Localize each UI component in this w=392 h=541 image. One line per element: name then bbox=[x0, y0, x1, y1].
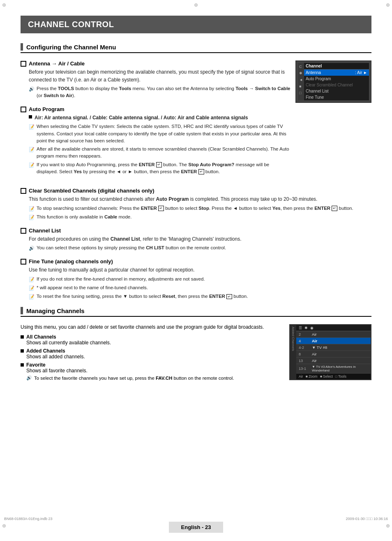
tv2-name-2: Air bbox=[312, 339, 368, 343]
tv-channel-list-label: Channel List bbox=[306, 89, 329, 93]
all-channels-title: All Channels bbox=[26, 334, 111, 340]
antenna-note1: 🔊 Press the TOOLS button to display the … bbox=[29, 85, 291, 100]
tv2-bar-label: Added Channels bbox=[291, 327, 295, 378]
channel-list-body-text: For detailed procedures on using the Cha… bbox=[29, 235, 371, 243]
clear-scrambled-checkbox bbox=[21, 188, 26, 194]
clear-scrambled-body: This function is used to filter out scra… bbox=[29, 195, 371, 221]
tv-header-left: Channel bbox=[306, 64, 322, 68]
tv-channel-list-mockup: Added Channels ☰ ✱ ◉ 2 Air 4 Air bbox=[289, 324, 371, 380]
top-center-mark: ⊕ bbox=[194, 2, 198, 8]
channel-list-checkbox bbox=[21, 228, 26, 234]
added-channels-title: Added Channels bbox=[26, 348, 85, 354]
all-channels-body: Shows all currently available channels. bbox=[26, 340, 111, 346]
added-channels-body: Shows all added channels. bbox=[26, 354, 85, 360]
tv-auto-program-label: Auto Program bbox=[306, 77, 331, 81]
clear-note-icon1: 📝 bbox=[29, 205, 35, 212]
tv-clear-scrambled-label: Clear Scrambled Channel bbox=[306, 83, 353, 87]
tv2-left-bar: Added Channels bbox=[290, 325, 296, 379]
tv2-icon2: ✱ bbox=[304, 326, 308, 330]
tv-menu-fine-tune: Fine Tune bbox=[304, 94, 369, 100]
clear-scrambled-note1-text: To stop searching scrambled channels: Pr… bbox=[37, 205, 353, 212]
tv-icon3: ◄ bbox=[299, 78, 303, 82]
clear-scrambled-title: Clear Scrambled Channels (digital channe… bbox=[21, 188, 371, 194]
page-footer-meta: BN68-01883A-01Eng.indb 23 2009-01-30 □□□… bbox=[0, 517, 392, 521]
page-number-label: English - 23 bbox=[181, 524, 211, 530]
clear-scrambled-title-text: Clear Scrambled Channels (digital channe… bbox=[29, 188, 154, 194]
favorite-item: Favorite Shows all favorite channels. 🔊 … bbox=[21, 362, 284, 383]
clear-scrambled-subsection: Clear Scrambled Channels (digital channe… bbox=[21, 188, 371, 221]
tv2-name-1: Air bbox=[312, 332, 368, 337]
tv-antenna-label: Antenna bbox=[306, 70, 353, 75]
fine-tune-subsection: Fine Tune (analog channels only) Use fin… bbox=[21, 258, 371, 300]
section2-heading-text: Managing Channels bbox=[26, 307, 85, 314]
page-footer: BN68-01883A-01Eng.indb 23 2009-01-30 □□□… bbox=[0, 517, 392, 533]
favorite-content: Favorite Shows all favorite channels. 🔊 … bbox=[26, 362, 234, 383]
tv2-row-4: 8 Air bbox=[296, 351, 371, 358]
fine-tune-note1: 📝 If you do not store the fine-tuned cha… bbox=[29, 276, 371, 283]
fine-tune-note3: 📝 To reset the fine tuning setting, pres… bbox=[29, 293, 371, 300]
channel-list-note1: 🔊 You can select these options by simply… bbox=[29, 244, 371, 252]
note-icon3: 📝 bbox=[29, 162, 35, 169]
tv2-ch-5: 13 bbox=[299, 359, 310, 363]
section2-heading-bar bbox=[21, 307, 23, 314]
note-icon2: 📝 bbox=[29, 146, 35, 153]
speaker-icon: 🔊 bbox=[29, 86, 35, 93]
tv-menu-antenna: Antenna : Air ► bbox=[304, 70, 369, 76]
auto-program-note2: 📝 After all the available channels are s… bbox=[29, 146, 291, 160]
tv2-name-6: ▼ TV #3 Alice's Adventures in Wonderland bbox=[312, 365, 368, 372]
section2-heading: Managing Channels bbox=[21, 307, 371, 317]
tv2-ch-6: 13-1 bbox=[299, 367, 310, 371]
managing-channels-text: Using this menu, you can add / delete or… bbox=[21, 324, 284, 385]
tv-main-menu: Channel Antenna : Air ► Auto Program Cle… bbox=[304, 63, 369, 100]
managing-channels-section: Using this menu, you can add / delete or… bbox=[21, 324, 371, 385]
tv-fine-tune-label: Fine Tune bbox=[306, 95, 324, 100]
tv2-row-6: 13-1 ▼ TV #3 Alice's Adventures in Wonde… bbox=[296, 364, 371, 374]
favorite-note1-text: To select the favorite channels you have… bbox=[34, 375, 234, 382]
tv-sidebar-icons: C ✱ ◄ ■ □ bbox=[298, 63, 304, 100]
clear-scrambled-note2: 📝 This function is only available in Cab… bbox=[29, 214, 371, 221]
fine-tune-title: Fine Tune (analog channels only) bbox=[21, 258, 371, 265]
tv2-ch-2: 4 bbox=[299, 339, 310, 343]
auto-program-note1: 📝 When selecting the Cable TV system: Se… bbox=[29, 123, 291, 144]
auto-program-note2-text: After all the available channels are sto… bbox=[37, 146, 291, 160]
clear-scrambled-note2-text: This function is only available in Cable… bbox=[37, 214, 131, 221]
tv-menu-header: Channel bbox=[304, 63, 369, 70]
tv-icon1: C bbox=[299, 65, 303, 69]
footer-left-meta: BN68-01883A-01Eng.indb 23 bbox=[4, 517, 53, 521]
tv-icon5: □ bbox=[299, 91, 303, 95]
favorite-note1: 🔊 To select the favorite channels you ha… bbox=[26, 375, 234, 382]
tv2-footer-tools: □ Tools bbox=[335, 374, 346, 378]
tv2-icon3: ◉ bbox=[310, 326, 314, 330]
tv2-footer-select: ■ Select bbox=[320, 374, 333, 378]
fine-tune-checkbox bbox=[21, 259, 26, 265]
tv2-footer: Air ■ Zoom ■ Select □ Tools bbox=[296, 374, 371, 379]
corner-tl-mark: ⊕ bbox=[2, 2, 6, 8]
tv2-icon1: ☰ bbox=[299, 326, 302, 330]
tv-menu-mockup: C ✱ ◄ ■ □ Channel Antenna : Air ► Auto bbox=[295, 60, 371, 103]
antenna-subsection: Antenna → Air / Cable Before your televi… bbox=[21, 60, 291, 100]
fine-tune-title-text: Fine Tune (analog channels only) bbox=[29, 258, 113, 265]
tv2-name-4: Air bbox=[312, 352, 368, 356]
tv2-name-3: ▼ TV #8 bbox=[312, 345, 368, 350]
corner-tr-mark: ⊕ bbox=[386, 2, 390, 8]
tv2-sidebar: Added Channels ☰ ✱ ◉ 2 Air 4 Air bbox=[290, 325, 371, 379]
auto-program-title-text: Auto Program bbox=[29, 106, 65, 112]
speaker-icon3: 🔊 bbox=[26, 375, 32, 381]
tv2-row-1: 2 Air bbox=[296, 331, 371, 338]
auto-program-checkbox bbox=[21, 107, 26, 112]
auto-program-note1-text: When selecting the Cable TV system: Sele… bbox=[37, 123, 291, 144]
tv-icon4: ■ bbox=[299, 84, 303, 88]
tv-antenna-value: : Air ► bbox=[355, 70, 367, 75]
managing-channels-intro: Using this menu, you can add / delete or… bbox=[21, 324, 284, 330]
auto-program-subsection: Auto Program Air: Air antenna signal. / … bbox=[21, 106, 291, 175]
note-icon1: 📝 bbox=[29, 123, 35, 130]
channel-list-title-text: Channel List bbox=[29, 228, 61, 234]
fine-tune-note2: 📝 * will appear next to the name of fine… bbox=[29, 284, 371, 292]
all-channels-item: All Channels Shows all currently availab… bbox=[21, 334, 284, 346]
added-channels-bullet bbox=[21, 349, 24, 353]
tv2-ch-1: 2 bbox=[299, 332, 310, 337]
section1-heading: Configuring the Channel Menu bbox=[21, 43, 371, 53]
section-heading-bar bbox=[21, 43, 23, 51]
fine-note-icon1: 📝 bbox=[29, 276, 35, 283]
speaker-icon2: 🔊 bbox=[29, 245, 35, 252]
